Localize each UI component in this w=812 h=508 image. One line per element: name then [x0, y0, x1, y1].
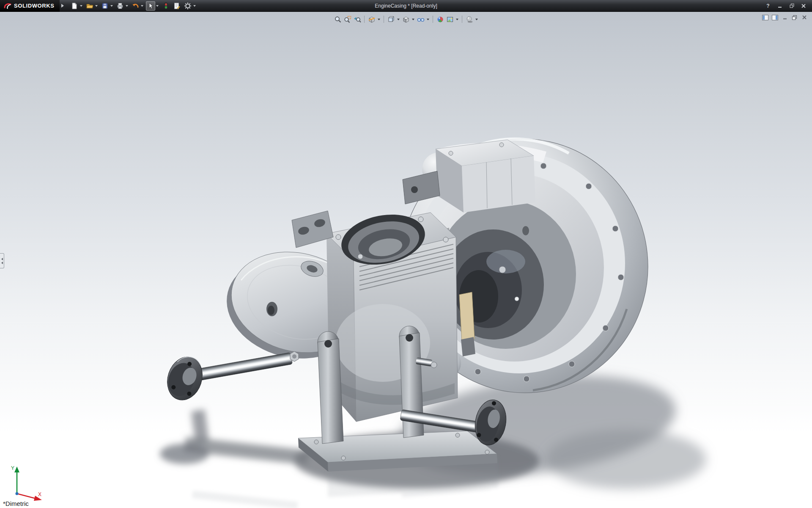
doc-restore-icon — [792, 15, 797, 20]
z-axis-dot — [16, 492, 19, 495]
document-minimize-button[interactable] — [781, 14, 788, 21]
y-axis-label: Y — [11, 465, 14, 471]
document-title: EngineCasing * [Read-only] — [375, 3, 437, 9]
select-tool-button[interactable] — [146, 1, 155, 11]
cylinder-block-part[interactable] — [326, 208, 458, 422]
new-document-icon — [71, 2, 78, 10]
restore-icon — [790, 3, 794, 8]
chevron-left-icon — [1, 258, 3, 260]
options-button[interactable] — [183, 1, 192, 11]
solidworks-logo: SOLIDWORKS — [0, 0, 60, 12]
pane-right-icon — [772, 15, 778, 20]
doc-minimize-icon — [782, 15, 787, 20]
pane-left-icon — [762, 15, 768, 20]
left-handlebar-part[interactable] — [162, 351, 299, 405]
print-dropdown[interactable] — [126, 5, 128, 7]
open-button[interactable] — [85, 1, 94, 11]
sphere-shadow-icon — [466, 16, 473, 23]
save-dropdown[interactable] — [110, 5, 113, 7]
options-dropdown[interactable] — [193, 5, 196, 7]
minimize-button[interactable] — [775, 2, 785, 10]
previous-view-button[interactable] — [353, 15, 362, 24]
save-button[interactable] — [100, 1, 110, 11]
hide-show-items-dropdown[interactable] — [427, 19, 429, 20]
magnifier-area-icon — [344, 16, 351, 23]
section-cube-icon — [368, 16, 376, 23]
section-view-dropdown[interactable] — [378, 19, 380, 20]
select-arrow-icon — [147, 2, 154, 10]
chevron-left-icon — [1, 262, 3, 264]
view-orientation-button[interactable] — [387, 15, 395, 24]
brand-name: SOLIDWORKS — [14, 3, 55, 9]
open-folder-icon — [86, 2, 93, 10]
rebuild-stoplight-icon — [162, 2, 170, 10]
new-document-dropdown[interactable] — [80, 5, 82, 7]
menubar-toolbar — [70, 1, 198, 11]
featuremanager-collapse-tab[interactable] — [0, 253, 4, 268]
display-style-button[interactable] — [401, 15, 410, 24]
view-cube-icon — [387, 16, 395, 23]
file-properties-icon — [173, 2, 181, 10]
dassault-3ds-logo-icon — [3, 3, 12, 9]
magnifier-icon — [334, 16, 342, 23]
doc-close-icon — [802, 15, 807, 20]
zoom-to-area-button[interactable] — [343, 15, 352, 24]
apply-scene-button[interactable] — [445, 15, 454, 24]
appearance-ball-icon — [436, 16, 444, 23]
undo-dropdown[interactable] — [141, 5, 143, 7]
chevron-right-icon — [61, 4, 64, 8]
view-settings-button[interactable] — [465, 15, 474, 24]
document-restore-button[interactable] — [791, 14, 798, 21]
document-window-controls — [762, 14, 808, 21]
x-axis-label: X — [38, 491, 41, 497]
apply-scene-dropdown[interactable] — [456, 19, 458, 20]
titlebar: SOLIDWORKS — [0, 0, 812, 12]
print-button[interactable] — [115, 1, 125, 11]
print-icon — [116, 2, 124, 10]
select-tool-dropdown[interactable] — [156, 5, 159, 7]
help-icon: ? — [766, 3, 769, 9]
view-settings-dropdown[interactable] — [475, 19, 478, 20]
toolbar-separator — [384, 16, 384, 23]
undo-icon — [132, 2, 139, 10]
help-button[interactable]: ? — [763, 2, 773, 10]
close-button[interactable] — [798, 2, 809, 10]
maximize-button[interactable] — [787, 2, 797, 10]
magnifier-arrow-icon — [354, 16, 361, 23]
hide-show-items-button[interactable] — [416, 15, 425, 24]
section-view-button[interactable] — [367, 15, 376, 24]
scene-photo-icon — [446, 16, 454, 23]
undo-button[interactable] — [131, 1, 140, 11]
gear-icon — [184, 2, 192, 10]
heads-up-view-toolbar — [330, 14, 482, 25]
edit-appearance-button[interactable] — [436, 15, 444, 24]
file-properties-button[interactable] — [172, 1, 181, 11]
new-document-button[interactable] — [70, 1, 79, 11]
glasses-icon — [417, 16, 425, 23]
document-close-button[interactable] — [801, 14, 808, 21]
window-controls: ? — [763, 2, 812, 10]
open-dropdown[interactable] — [95, 5, 98, 7]
reference-triad: Y X — [4, 462, 47, 505]
display-style-dropdown[interactable] — [412, 19, 414, 20]
minimize-icon — [778, 4, 782, 8]
toolbar-separator — [364, 16, 365, 23]
menu-expand-arrow[interactable] — [60, 2, 66, 10]
close-icon — [801, 4, 806, 8]
save-icon — [101, 2, 109, 10]
engine-casing-model[interactable] — [0, 0, 812, 508]
view-orientation-label: *Dimetric — [3, 500, 29, 507]
pane-toggle-left-button[interactable] — [762, 14, 769, 21]
zoom-to-fit-button[interactable] — [333, 15, 342, 24]
y-axis-arrow — [14, 467, 19, 472]
view-orientation-dropdown[interactable] — [397, 19, 400, 20]
pane-toggle-right-button[interactable] — [771, 14, 779, 21]
solidworks-window: SOLIDWORKS — [0, 0, 812, 508]
rebuild-button[interactable] — [161, 1, 170, 11]
toolbar-separator — [462, 16, 462, 23]
toolbar-separator — [433, 16, 433, 23]
shaded-cube-icon — [402, 16, 410, 23]
